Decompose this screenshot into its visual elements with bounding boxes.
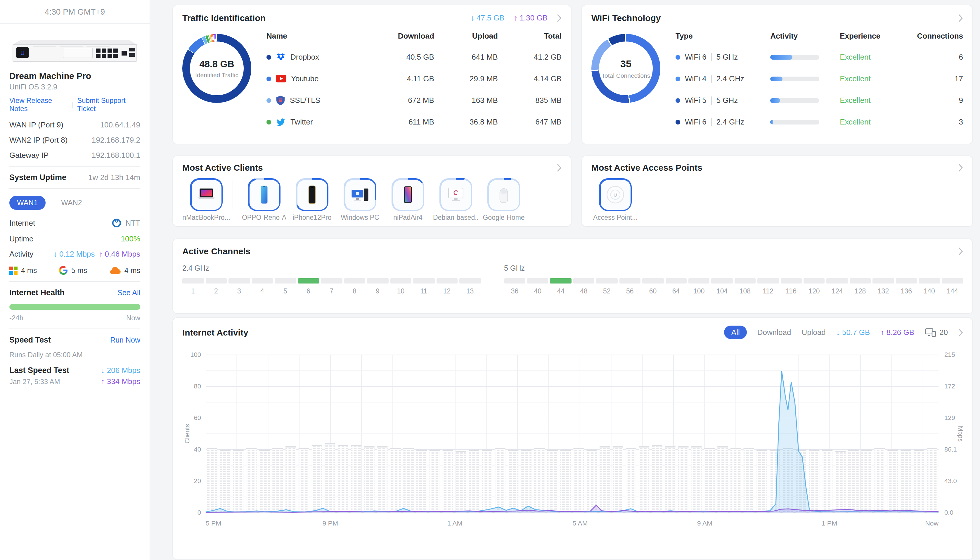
traffic-row-total: 647 MB — [498, 111, 562, 133]
unifi-dashboard: 4:30 PM GMT+9 U — [0, 0, 980, 560]
ipad-device-icon — [397, 183, 419, 206]
channel-segments — [504, 278, 963, 283]
device-tile-label: OPPO-Reno-A — [242, 214, 286, 221]
svg-text:U: U — [20, 50, 25, 56]
usage-ring — [344, 178, 376, 211]
most-active-clients-card: Most Active Clients nMacBookPro... OPPO-… — [172, 155, 572, 227]
ping-item: 5 ms — [59, 266, 87, 275]
activity-tab-upload[interactable]: Upload — [802, 328, 825, 337]
info-value: 192.168.100.1 — [92, 151, 140, 160]
access-point-tiles: Access Point... — [591, 178, 963, 221]
traffic-row-total: 4.14 GB — [498, 68, 562, 90]
wifi-standard: WiFi 4 — [685, 74, 707, 83]
series-dot — [266, 76, 271, 81]
wan-tab-wan2[interactable]: WAN2 — [53, 196, 90, 210]
wifi-row-experience: Excellent — [840, 90, 903, 111]
traffic-row-name: Youtube — [266, 68, 367, 90]
debian-device-icon — [445, 183, 467, 206]
wifi-standard: WiFi 5 — [685, 96, 707, 105]
device-tile[interactable]: Google-Home — [480, 178, 528, 221]
wan-tabs: WAN1WAN2 — [9, 196, 140, 210]
app-name: Dropbox — [290, 53, 319, 62]
channel-segment — [942, 278, 963, 283]
channel-number: 44 — [550, 288, 572, 295]
info-label: WAN IP (Port 9) — [9, 120, 63, 129]
usage-ring — [391, 178, 424, 211]
last-speed-test-title: Last Speed Test — [9, 366, 69, 375]
health-range-start: -24h — [9, 314, 23, 322]
view-release-notes-link[interactable]: View Release Notes — [9, 97, 67, 113]
run-now-link[interactable]: Run Now — [110, 336, 140, 344]
chevron-right-icon[interactable] — [958, 14, 963, 22]
activity-tab-all[interactable]: All — [724, 326, 747, 339]
internet-health-title: Internet Health — [9, 288, 65, 297]
channel-segments — [182, 278, 481, 283]
uptime-label: Uptime — [9, 234, 33, 243]
channel-segment — [619, 278, 641, 283]
svg-text:Now: Now — [925, 519, 938, 527]
traffic-donut-chart: 48.8 GB Identified Traffic — [182, 34, 251, 103]
info-row: WAN2 IP (Port 8)192.168.179.2 — [9, 136, 140, 144]
windows-device-icon — [349, 183, 371, 206]
last-speed-test-up: ↑ 334 Mbps — [101, 377, 140, 386]
device-tile[interactable]: niPadAir4 — [384, 178, 432, 221]
chevron-right-icon[interactable] — [557, 163, 562, 172]
activity-bar — [770, 120, 819, 124]
wifi-row-experience: Excellent — [840, 68, 903, 90]
channel-number: 40 — [527, 288, 548, 295]
wifi-row-connections: 3 — [903, 111, 963, 133]
svg-text:40: 40 — [194, 446, 201, 453]
speed-test-title: Speed Test — [9, 335, 51, 344]
channel-number: 60 — [642, 288, 664, 295]
channel-number: 7 — [321, 288, 342, 295]
svg-text:Mbps: Mbps — [957, 426, 963, 442]
channel-number: 4 — [251, 288, 273, 295]
channel-segment — [757, 278, 779, 283]
wifi-band: 5 GHz — [716, 53, 738, 62]
chevron-right-icon[interactable] — [958, 328, 963, 337]
channel-number: 136 — [895, 288, 917, 295]
channel-segment — [735, 278, 756, 283]
link-separator: | — [71, 100, 73, 109]
channel-segment — [573, 278, 595, 283]
channel-segment — [321, 278, 342, 283]
channel-segment — [251, 278, 273, 283]
activity-tab-download[interactable]: Download — [757, 328, 791, 337]
ip-info-rows: WAN IP (Port 9)100.64.1.49WAN2 IP (Port … — [9, 120, 140, 160]
channel-number: 9 — [367, 288, 388, 295]
activity-download-total: ↓ 50.7 GB — [836, 328, 870, 337]
chevron-right-icon[interactable] — [958, 247, 963, 255]
wan-tab-wan1[interactable]: WAN1 — [9, 196, 45, 210]
svg-text:Clients: Clients — [183, 424, 191, 443]
svg-text:0.0: 0.0 — [944, 509, 953, 516]
device-tile[interactable]: Debian-based.. — [432, 178, 480, 221]
chevron-right-icon[interactable] — [557, 14, 562, 22]
device-tile[interactable]: iPhone12Pro — [288, 178, 336, 221]
chevron-right-icon[interactable] — [958, 163, 963, 172]
cloudflare-icon — [109, 266, 121, 275]
wifi-table: TypeActivityExperienceConnectionsWiFi 65… — [676, 30, 963, 133]
device-tile[interactable]: nMacBookPro... — [182, 178, 230, 221]
traffic-row-upload: 641 MB — [434, 46, 498, 68]
wifi-column-header: Type — [676, 30, 770, 46]
clock: 4:30 PM GMT+9 — [0, 0, 150, 24]
wifi-column-header: Activity — [770, 30, 840, 46]
see-all-link[interactable]: See All — [118, 288, 140, 297]
speed-test-schedule: Runs Daily at 05:00 AM — [9, 351, 140, 359]
channel-band-label: 2.4 GHz — [182, 264, 481, 272]
device-tile-label: Access Point... — [593, 214, 637, 221]
identified-traffic-label: Identified Traffic — [195, 71, 238, 78]
device-tile[interactable]: OPPO-Reno-A — [240, 178, 288, 221]
submit-support-ticket-link[interactable]: Submit Support Ticket — [77, 97, 140, 113]
wifi-row-type: WiFi 62.4 GHz — [676, 111, 770, 133]
device-tile[interactable]: Access Point... — [591, 178, 639, 221]
divider — [711, 75, 712, 83]
channel-segment — [827, 278, 848, 283]
usage-ring — [248, 178, 281, 211]
iphone-device-icon — [301, 183, 323, 206]
channel-segment — [596, 278, 617, 283]
channel-number: 13 — [459, 288, 481, 295]
traffic-identification-title: Traffic Identification — [182, 13, 266, 23]
device-tile[interactable]: Windows PC — [336, 178, 384, 221]
channel-segment — [918, 278, 940, 283]
